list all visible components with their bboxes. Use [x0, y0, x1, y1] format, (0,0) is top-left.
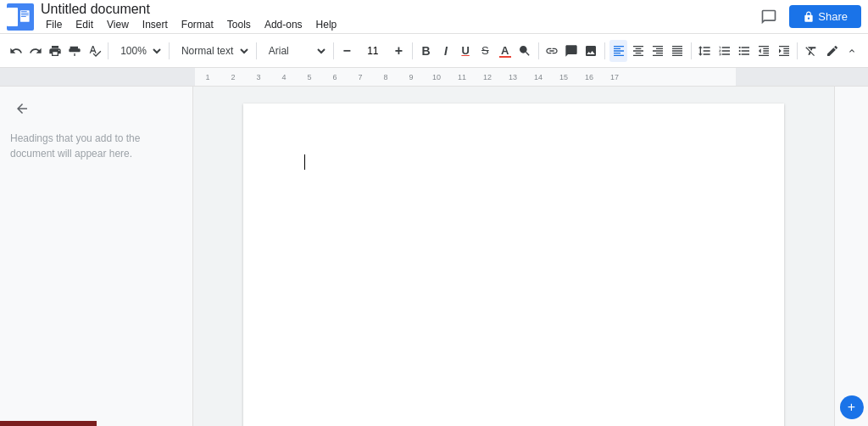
style-select[interactable]: Normal text Heading 1 Heading 2 Heading … — [174, 40, 252, 62]
line-spacing-button[interactable] — [696, 40, 714, 62]
menu-tools[interactable]: Tools — [222, 17, 256, 32]
menu-bar: File Edit View Insert Format Tools Add-o… — [41, 17, 748, 32]
decrease-font-button[interactable]: − — [338, 40, 356, 62]
divider-5 — [412, 42, 413, 59]
share-button[interactable]: Share — [789, 5, 861, 28]
divider-9 — [797, 42, 798, 59]
doc-icon — [7, 3, 34, 31]
document-page[interactable] — [243, 104, 784, 426]
right-panel: + — [834, 87, 868, 426]
redo-button[interactable] — [26, 40, 44, 62]
underline-button[interactable]: U — [456, 40, 474, 62]
main-content: Headings that you add to the document wi… — [0, 87, 868, 426]
bold-button[interactable]: B — [417, 40, 435, 62]
divider-1 — [108, 42, 108, 59]
text-cursor — [304, 154, 305, 170]
svg-rect-4 — [20, 16, 25, 17]
toolbar: 100% 75% 90% 125% 150% 200% Normal text … — [0, 34, 868, 68]
link-button[interactable] — [542, 40, 560, 62]
svg-rect-2 — [20, 13, 28, 14]
image-button[interactable] — [582, 40, 600, 62]
doc-title[interactable]: Untitled document — [41, 2, 748, 17]
add-button[interactable]: + — [840, 395, 864, 419]
divider-8 — [691, 42, 692, 59]
bullet-list-button[interactable] — [735, 40, 753, 62]
highlight-button[interactable] — [515, 40, 533, 62]
title-bar: Untitled document File Edit View Insert … — [0, 0, 868, 34]
share-label: Share — [818, 10, 848, 23]
sidebar-hint: Headings that you add to the document wi… — [10, 131, 182, 161]
svg-rect-3 — [20, 14, 28, 15]
outline-sidebar: Headings that you add to the document wi… — [0, 87, 193, 426]
font-select[interactable]: Arial Times New Roman Courier New Georgi… — [261, 40, 329, 62]
menu-addons[interactable]: Add-ons — [259, 17, 308, 32]
sidebar-footer-bar — [0, 421, 192, 426]
sidebar-back-button[interactable] — [10, 97, 34, 121]
comment-insert-button[interactable] — [563, 40, 581, 62]
paint-format-button[interactable] — [66, 40, 84, 62]
italic-button[interactable]: I — [437, 40, 454, 62]
menu-help[interactable]: Help — [311, 17, 342, 32]
menu-file[interactable]: File — [41, 17, 67, 32]
svg-rect-1 — [20, 11, 26, 12]
ruler-numbers: 1 2 3 4 5 6 7 8 9 10 11 12 13 14 15 16 1… — [195, 73, 627, 81]
menu-view[interactable]: View — [102, 17, 134, 32]
strikethrough-button[interactable]: S — [476, 40, 494, 62]
clear-formatting-button[interactable] — [802, 40, 820, 62]
menu-insert[interactable]: Insert — [137, 17, 173, 32]
divider-2 — [169, 42, 170, 59]
align-left-button[interactable] — [609, 40, 627, 62]
divider-7 — [604, 42, 605, 59]
comment-button[interactable] — [755, 3, 782, 31]
align-justify-button[interactable] — [669, 40, 687, 62]
right-actions: Share — [755, 3, 861, 31]
font-color-button[interactable]: A — [496, 40, 514, 62]
ruler: 1 2 3 4 5 6 7 8 9 10 11 12 13 14 15 16 1… — [0, 68, 868, 87]
collapse-toolbar-button[interactable] — [843, 40, 860, 62]
numbered-list-button[interactable] — [715, 40, 733, 62]
divider-3 — [256, 42, 257, 59]
spellcheck-button[interactable] — [86, 40, 103, 62]
font-size-input[interactable] — [358, 40, 388, 62]
undo-button[interactable] — [7, 40, 25, 62]
divider-4 — [333, 42, 334, 59]
divider-6 — [538, 42, 539, 59]
menu-format[interactable]: Format — [176, 17, 219, 32]
menu-edit[interactable]: Edit — [70, 17, 98, 32]
align-right-button[interactable] — [648, 40, 666, 62]
edit-mode-button[interactable] — [823, 40, 841, 62]
increase-font-button[interactable]: + — [390, 40, 408, 62]
zoom-select[interactable]: 100% 75% 90% 125% 150% 200% — [113, 40, 164, 62]
print-button[interactable] — [47, 40, 64, 62]
increase-indent-button[interactable] — [775, 40, 793, 62]
align-center-button[interactable] — [629, 40, 647, 62]
plus-icon: + — [848, 400, 855, 415]
title-area: Untitled document File Edit View Insert … — [41, 2, 748, 32]
decrease-indent-button[interactable] — [755, 40, 773, 62]
document-area[interactable] — [193, 87, 834, 426]
